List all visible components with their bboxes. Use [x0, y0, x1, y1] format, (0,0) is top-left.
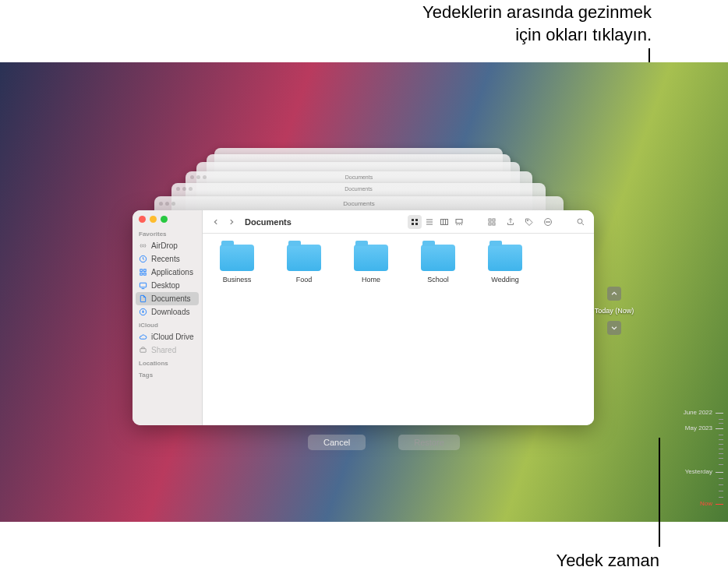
- sidebar-item-desktop[interactable]: Desktop: [133, 279, 202, 292]
- fullscreen-button[interactable]: [161, 216, 168, 223]
- svg-point-22: [548, 221, 549, 222]
- svg-rect-15: [489, 219, 491, 221]
- callout-timeline: Yedek zaman: [556, 550, 659, 572]
- close-button[interactable]: [139, 216, 146, 223]
- chevron-up-icon: [610, 290, 618, 298]
- backup-timeline[interactable]: June 2022 May 2023 Yesterday Now: [669, 397, 723, 514]
- airdrop-icon: [139, 241, 147, 250]
- view-list-button[interactable]: [422, 215, 436, 229]
- view-mode-group: [408, 215, 466, 229]
- svg-rect-4: [140, 273, 143, 275]
- folder-item[interactable]: Home: [348, 245, 394, 283]
- restore-button[interactable]: Restore: [398, 435, 460, 450]
- timeline-label: June 2022: [684, 409, 712, 416]
- minimize-button[interactable]: [150, 216, 157, 223]
- svg-rect-10: [415, 219, 418, 221]
- folder-label: School: [415, 276, 461, 283]
- back-button[interactable]: [209, 215, 223, 229]
- forward-button[interactable]: [224, 215, 239, 229]
- view-columns-button[interactable]: [437, 215, 451, 229]
- finder-window: Favorites AirDrop Recents Applications D…: [133, 210, 594, 425]
- sidebar-section-favorites: Favorites: [133, 227, 202, 239]
- time-machine-desktop: Documents Documents Documents Favorites …: [0, 62, 728, 522]
- folder-item[interactable]: Business: [214, 245, 260, 283]
- folder-label: Business: [214, 276, 260, 283]
- window-controls: [139, 216, 168, 223]
- action-buttons: Cancel Restore: [308, 435, 460, 450]
- timeline-current-label: Today (Now): [595, 307, 634, 315]
- svg-rect-17: [489, 223, 491, 225]
- folder-icon: [421, 245, 455, 271]
- svg-point-21: [546, 221, 547, 222]
- search-button[interactable]: [574, 215, 588, 229]
- callout-arrows-line1: Yedeklerin arasında gezinmek: [422, 2, 652, 24]
- timeline-label: May 2023: [685, 424, 712, 431]
- folder-item[interactable]: School: [415, 245, 461, 283]
- folder-icon: [287, 245, 321, 271]
- share-button[interactable]: [504, 215, 518, 229]
- finder-sidebar: Favorites AirDrop Recents Applications D…: [133, 210, 203, 425]
- document-icon: [139, 294, 147, 303]
- sidebar-item-label: Downloads: [151, 308, 189, 316]
- svg-point-23: [550, 221, 550, 222]
- sidebar-item-recents[interactable]: Recents: [133, 252, 202, 266]
- clock-icon: [139, 255, 147, 263]
- sidebar-item-label: Applications: [151, 268, 193, 276]
- toolbar-nav: [209, 215, 239, 229]
- tag-button[interactable]: [522, 215, 536, 229]
- sidebar-item-label: Documents: [151, 294, 191, 303]
- sidebar-item-icloud-drive[interactable]: iCloud Drive: [133, 330, 202, 343]
- download-icon: [139, 308, 147, 316]
- sidebar-item-applications[interactable]: Applications: [133, 266, 202, 279]
- svg-rect-16: [493, 219, 495, 221]
- nav-down-button[interactable]: [607, 321, 621, 335]
- sidebar-item-shared[interactable]: Shared: [133, 343, 202, 357]
- more-button[interactable]: [541, 215, 555, 229]
- apps-icon: [139, 268, 147, 276]
- svg-rect-13: [441, 219, 448, 224]
- folder-label: Wedding: [482, 276, 528, 283]
- sidebar-item-label: Shared: [151, 346, 176, 354]
- sidebar-item-downloads[interactable]: Downloads: [133, 305, 202, 319]
- folder-label: Home: [348, 276, 394, 283]
- sidebar-item-airdrop[interactable]: AirDrop: [133, 239, 202, 252]
- finder-main: Documents: [203, 210, 594, 425]
- svg-rect-5: [143, 273, 146, 275]
- sidebar-item-label: iCloud Drive: [151, 333, 193, 341]
- callout-arrows-line2: için okları tıklayın.: [422, 24, 652, 47]
- view-icons-button[interactable]: [408, 215, 422, 229]
- folder-icon: [220, 245, 254, 271]
- svg-rect-18: [493, 223, 495, 225]
- stacked-title: Documents: [345, 186, 372, 192]
- svg-rect-14: [456, 219, 462, 223]
- folder-grid: Business Food Home School: [203, 234, 594, 425]
- svg-rect-12: [415, 223, 418, 225]
- svg-rect-11: [412, 223, 414, 225]
- svg-point-19: [527, 220, 528, 221]
- cancel-button[interactable]: Cancel: [308, 435, 366, 450]
- stacked-title: Documents: [343, 200, 374, 207]
- sidebar-item-documents[interactable]: Documents: [136, 292, 199, 305]
- view-gallery-button[interactable]: [452, 215, 466, 229]
- stacked-title: Documents: [345, 174, 373, 180]
- svg-point-24: [578, 219, 582, 224]
- sidebar-section-locations: Locations: [133, 357, 202, 368]
- sidebar-item-label: Recents: [151, 255, 180, 263]
- sidebar-item-label: AirDrop: [151, 241, 178, 250]
- nav-up-button[interactable]: [607, 287, 621, 301]
- svg-rect-6: [140, 283, 146, 287]
- group-button[interactable]: [485, 215, 499, 229]
- svg-rect-8: [140, 349, 146, 353]
- desktop-icon: [139, 281, 147, 290]
- folder-item[interactable]: Food: [281, 245, 327, 283]
- sidebar-section-tags: Tags: [133, 368, 202, 380]
- timeline-nav: Today (Now): [606, 287, 622, 335]
- folder-icon: [488, 245, 522, 271]
- svg-point-0: [142, 245, 144, 247]
- cloud-icon: [139, 333, 147, 341]
- folder-icon: [354, 245, 388, 271]
- svg-rect-9: [412, 219, 414, 221]
- folder-item[interactable]: Wedding: [482, 245, 528, 283]
- timeline-label: Yesterday: [685, 468, 712, 475]
- window-title: Documents: [245, 217, 292, 227]
